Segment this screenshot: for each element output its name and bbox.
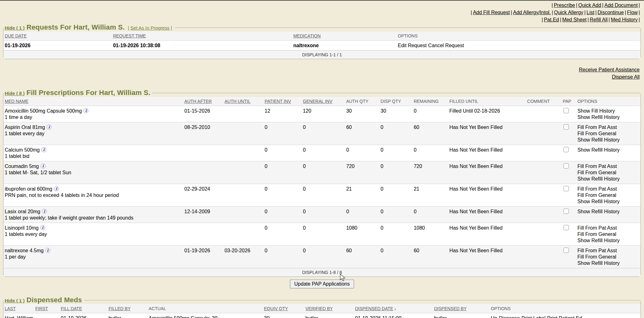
hide-requests-link[interactable]: Hide ( 1 ) — [5, 25, 25, 31]
hide-fill-link[interactable]: Hide ( 8 ) — [5, 91, 25, 96]
col-filled-by[interactable]: FILLED BY — [107, 304, 147, 313]
col-first[interactable]: FIRST — [34, 304, 59, 313]
show-refill-history-link[interactable]: Show Refill History — [577, 209, 639, 215]
print-patient-ed-link[interactable]: Print Patient Ed — [547, 315, 582, 318]
info-icon[interactable]: i — [41, 147, 46, 152]
med-cell: Lisinopril 10mgi1 tablets every day — [3, 223, 183, 246]
fill-from-general-link[interactable]: Fill From General — [577, 231, 639, 237]
info-icon[interactable]: i — [41, 164, 46, 169]
pap-checkbox[interactable] — [564, 248, 569, 253]
med-cell: naltrexone 4.5mgi1 per day — [3, 246, 183, 268]
disp-qty-cell: 0 — [379, 184, 412, 207]
pap-checkbox[interactable] — [564, 209, 569, 214]
options-cell: Show Fill HistoryShow Refill History — [576, 106, 641, 122]
info-icon[interactable]: i — [47, 125, 52, 130]
col-request-time[interactable]: REQUEST TIME — [112, 31, 292, 41]
fill-from-general-link[interactable]: Fill From General — [577, 192, 639, 198]
fill-from-pat-asst-link[interactable]: Fill From Pat Asst — [577, 248, 639, 254]
fill-from-pat-asst-link[interactable]: Fill From Pat Asst — [577, 124, 639, 131]
col-medication[interactable]: MEDICATION — [292, 31, 397, 41]
menu-link-quick-add[interactable]: Quick Add — [578, 3, 601, 8]
pap-checkbox[interactable] — [564, 225, 569, 230]
show-refill-history-link[interactable]: Show Refill History — [577, 147, 639, 153]
pap-checkbox[interactable] — [564, 108, 569, 113]
fill-displaying-row: DISPLAYING 1-8 / 8 — [3, 268, 641, 277]
menu-link-flow[interactable]: Flow — [627, 10, 638, 15]
hide-dispensed-link[interactable]: Hide ( 1 ) — [5, 298, 25, 303]
col-fill-date[interactable]: FILL DATE — [59, 304, 107, 313]
remaining-cell: 1080 — [413, 223, 448, 246]
dispense-all-link[interactable]: Dispense All — [0, 73, 640, 81]
menu-link-list[interactable]: List — [586, 10, 594, 15]
print-label-link[interactable]: Print Label — [521, 315, 546, 318]
show-refill-history-link[interactable]: Show Refill History — [577, 137, 639, 143]
col-auth-after[interactable]: AUTH AFTER — [183, 97, 223, 106]
col-remaining: REMAINING — [413, 97, 448, 106]
med-sig: 1 tablet every day — [5, 131, 182, 137]
show-refill-history-link[interactable]: Show Refill History — [577, 176, 639, 182]
info-icon[interactable]: i — [54, 186, 59, 191]
menu-link-med-history[interactable]: Med History — [611, 17, 637, 22]
auth-qty-cell: 60 — [345, 122, 379, 145]
col-auth-until[interactable]: AUTH UNTIL — [223, 97, 264, 106]
filled-until-cell: Has Not Yet Been Filled — [448, 223, 526, 246]
pap-checkbox[interactable] — [564, 186, 569, 191]
menu-link-quick-allergy[interactable]: Quick Allergy — [554, 10, 583, 15]
col-dispensed-options: OPTIONS — [490, 304, 641, 313]
un-dispense-link[interactable]: Un-Dispense — [491, 315, 520, 318]
show-refill-history-link[interactable]: Show Refill History — [577, 260, 639, 266]
fill-from-pat-asst-link[interactable]: Fill From Pat Asst — [577, 163, 639, 170]
col-patient-inv[interactable]: PATIENT INV — [264, 97, 302, 106]
receive-patient-assistance-link[interactable]: Receive Patient Assistance — [0, 66, 640, 73]
edit-request-link[interactable]: Edit Request — [398, 43, 427, 48]
col-verified-by[interactable]: VERIFIED BY — [304, 304, 354, 313]
med-row-naltrexone: naltrexone 4.5mgi1 per day 01-19-2026 03… — [3, 246, 641, 268]
cancel-request-link[interactable]: Cancel Request — [428, 43, 464, 48]
med-name: Lisinopril 10mg — [5, 225, 39, 231]
fill-from-pat-asst-link[interactable]: Fill From Pat Asst — [577, 225, 639, 231]
auth-qty-cell: 720 — [345, 161, 379, 184]
fill-from-general-link[interactable]: Fill From General — [577, 170, 639, 176]
fill-from-pat-asst-link[interactable]: Fill From Pat Asst — [577, 186, 639, 192]
info-icon[interactable]: i — [42, 209, 47, 214]
info-icon[interactable]: i — [83, 108, 88, 113]
col-disp-qty: DISP QTY — [379, 97, 412, 106]
disp-qty-cell: 0 — [379, 207, 412, 223]
col-dispensed-by[interactable]: DISPENSED BY — [433, 304, 489, 313]
info-icon[interactable]: i — [45, 248, 50, 253]
menu-link-add-fill-request[interactable]: Add Fill Request — [473, 10, 510, 15]
separator: | — [587, 17, 589, 22]
menu-link-med-sheet[interactable]: Med Sheet — [562, 17, 586, 22]
menu-link-refill-all[interactable]: Refill All — [590, 17, 608, 22]
fill-prescriptions-section: Hide ( 8 )Fill Prescriptions For Hart, W… — [3, 89, 641, 277]
set-as-in-progress-link[interactable]: Set As In Progress — [130, 25, 169, 31]
update-pap-applications-button[interactable]: Update PAP Applications — [290, 280, 354, 288]
auth-after-cell: 01-15-2026 — [183, 106, 223, 122]
patient-inv-cell: 12 — [264, 106, 302, 122]
dispensed-legend: Hide ( 1 )Dispensed Meds — [4, 296, 84, 304]
info-icon[interactable]: i — [40, 225, 45, 230]
show-refill-history-link[interactable]: Show Refill History — [577, 237, 639, 244]
show-refill-history-link[interactable]: Show Refill History — [577, 198, 639, 205]
menu-link-pat-ed[interactable]: Pat.Ed — [544, 17, 559, 22]
menu-link-discontinue[interactable]: Discontinue — [597, 10, 624, 15]
show-fill-history-link[interactable]: Show Fill History — [577, 108, 639, 114]
med-name: naltrexone 4.5mg — [5, 248, 44, 253]
pap-checkbox[interactable] — [564, 163, 569, 169]
col-equiv-qty[interactable]: EQUIV QTY — [263, 304, 304, 313]
col-dispensed-date[interactable]: DISPENSED DATE↓ — [354, 304, 433, 313]
fill-from-general-link[interactable]: Fill From General — [577, 254, 639, 260]
col-med-name[interactable]: MED NAME — [3, 97, 183, 106]
spacer — [0, 81, 644, 89]
col-general-inv[interactable]: GENERAL INV — [302, 97, 345, 106]
menu-link-add-allergy-intol[interactable]: Add Allergy/Intol. — [513, 10, 551, 15]
fill-from-general-link[interactable]: Fill From General — [577, 131, 639, 137]
pap-checkbox[interactable] — [564, 124, 569, 130]
col-due-date[interactable]: DUE DATE — [3, 31, 112, 41]
menu-link-add-document[interactable]: Add Document — [604, 3, 638, 8]
menu-link-prescribe[interactable]: Prescribe — [554, 3, 575, 8]
show-refill-history-link[interactable]: Show Refill History — [577, 114, 639, 120]
col-last[interactable]: LAST — [3, 304, 34, 313]
auth-qty-cell: 21 — [345, 184, 379, 207]
pap-checkbox[interactable] — [564, 147, 569, 152]
